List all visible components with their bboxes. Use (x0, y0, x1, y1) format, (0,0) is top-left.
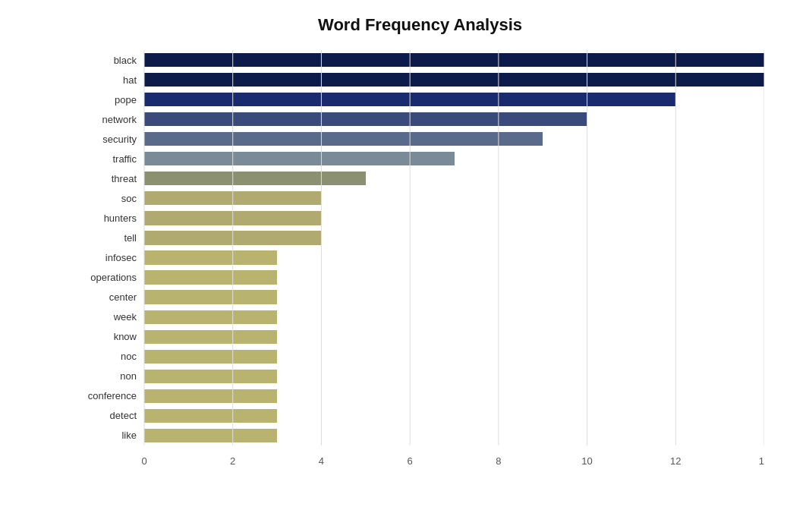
bar-label: non (76, 370, 144, 382)
bar-label: detect (76, 410, 144, 421)
bar-label: noc (76, 351, 144, 362)
bar (144, 389, 277, 403)
bar-label: like (76, 430, 144, 441)
bar-label: hat (76, 74, 144, 86)
bar-label: threat (76, 173, 144, 184)
bar (144, 310, 277, 324)
bar (144, 112, 587, 126)
bar (144, 53, 764, 67)
bar (144, 191, 321, 205)
bar-label: conference (76, 390, 144, 401)
bar-row: center (76, 288, 764, 307)
bar-row: non (76, 367, 764, 386)
bar (144, 172, 366, 185)
bar-row: know (76, 327, 764, 347)
bar-wrapper (144, 406, 764, 426)
bar-wrapper (144, 386, 764, 406)
bar-row: soc (76, 188, 764, 208)
bar-wrapper (144, 307, 764, 327)
bar (144, 152, 455, 165)
bar-row: traffic (76, 149, 764, 168)
bar-row: hunters (76, 208, 764, 228)
bar-wrapper (144, 149, 764, 168)
bar-wrapper (144, 268, 764, 288)
bar (144, 290, 277, 304)
bar-row: hat (76, 70, 764, 90)
bar-row: like (76, 426, 764, 445)
bar-row: network (76, 109, 764, 129)
bar-row: threat (76, 168, 764, 188)
bar-row: detect (76, 406, 764, 426)
bar-wrapper (144, 50, 764, 70)
bar-wrapper (144, 208, 764, 228)
chart-container: Word Frequency Analysis blackhatpopenetw… (0, 0, 787, 532)
x-axis (76, 445, 764, 476)
bar (144, 330, 277, 344)
bar-label: know (76, 331, 144, 342)
bar-wrapper (144, 327, 764, 347)
bar-label: traffic (76, 153, 144, 165)
bar (144, 370, 277, 383)
bar (144, 73, 764, 87)
bar-row: pope (76, 90, 764, 109)
bar-wrapper (144, 188, 764, 208)
bars-container: blackhatpopenetworksecuritytrafficthreat… (76, 50, 764, 445)
chart-area: blackhatpopenetworksecuritytrafficthreat… (76, 50, 764, 476)
bar-wrapper (144, 426, 764, 445)
bar-wrapper (144, 70, 764, 90)
bar-label: black (76, 55, 144, 66)
bar-wrapper (144, 90, 764, 109)
bar-label: operations (76, 272, 144, 283)
bar-row: tell (76, 228, 764, 247)
chart-title: Word Frequency Analysis (76, 15, 764, 35)
bar-row: black (76, 50, 764, 70)
bar-wrapper (144, 288, 764, 307)
bar (144, 231, 321, 244)
bar (144, 132, 543, 146)
bar (144, 93, 675, 106)
bar-row: conference (76, 386, 764, 406)
bar-label: tell (76, 232, 144, 244)
bar-row: security (76, 129, 764, 149)
bar-label: network (76, 114, 144, 125)
bar (144, 429, 277, 442)
bar-wrapper (144, 367, 764, 386)
bar-label: center (76, 291, 144, 303)
bar (144, 211, 321, 225)
bar-wrapper (144, 228, 764, 247)
bar (144, 409, 277, 423)
bar-row: noc (76, 347, 764, 367)
bar-label: week (76, 311, 144, 323)
bar-wrapper (144, 129, 764, 149)
bar (144, 250, 277, 264)
bar (144, 270, 277, 284)
bar (144, 350, 277, 364)
bar-label: security (76, 134, 144, 145)
bar-row: week (76, 307, 764, 327)
bar-label: infosec (76, 252, 144, 263)
bar-row: infosec (76, 247, 764, 267)
bar-wrapper (144, 109, 764, 129)
bar-wrapper (144, 347, 764, 367)
bar-label: hunters (76, 212, 144, 224)
bar-label: pope (76, 94, 144, 105)
bar-label: soc (76, 193, 144, 204)
bar-wrapper (144, 168, 764, 188)
bar-row: operations (76, 268, 764, 288)
bar-wrapper (144, 247, 764, 267)
